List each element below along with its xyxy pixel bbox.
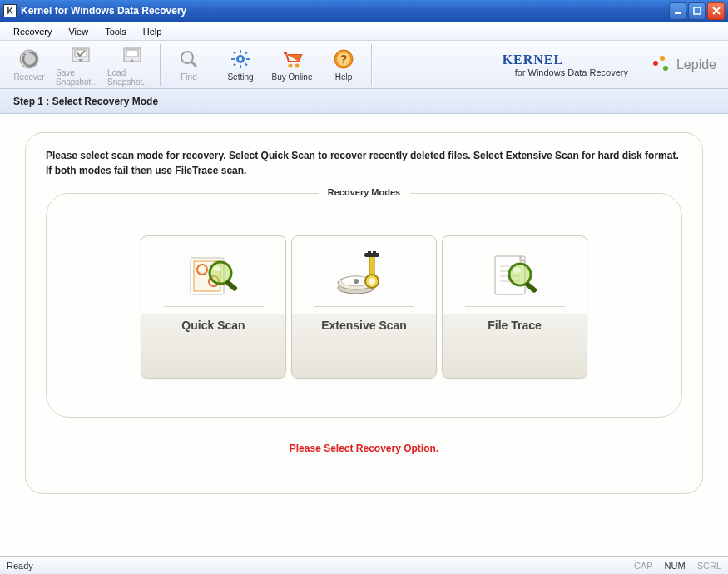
svg-rect-13 [240,65,241,68]
step-title: Step 1 : Select Recovery Mode [13,96,158,107]
load-snapshot-button: Load Snapshot.. [106,42,158,87]
menu-help[interactable]: Help [135,24,171,39]
status-ready: Ready [7,561,634,571]
minimize-button[interactable] [669,2,686,20]
svg-point-31 [213,266,221,271]
toolbar-separator [371,44,373,86]
recovery-modes-fieldset: Recovery Modes [46,193,682,418]
recover-icon [17,47,41,71]
buy-online-button[interactable]: Buy Online [266,42,318,87]
load-snapshot-icon [121,43,144,67]
brand-title: KERNEL [503,52,628,67]
toolbar: Recover Save Snapshot.. Load Snapshot.. … [0,41,728,89]
file-trace-icon [483,250,547,299]
lepide-text: Lepide [676,57,716,72]
statusbar: Ready CAP NUM SCRL [0,556,728,574]
find-button: Find [163,42,215,87]
find-icon [177,47,201,71]
setting-button[interactable]: Setting [215,42,266,87]
buy-online-label: Buy Online [272,72,313,82]
svg-rect-17 [245,63,248,67]
toolbar-separator [160,44,161,86]
brand-lepide: Lepide [653,56,716,74]
window-title: Kernel for Windows Data Recovery [21,5,669,17]
extensive-scan-icon [333,250,396,299]
file-trace-label: File Trace [488,319,542,332]
brand-subtitle: for Windows Data Recovery [515,67,628,77]
content-area: Please select scan mode for recovery. Se… [0,114,728,556]
buy-online-icon [280,47,304,71]
status-scrl: SCRL [697,561,721,571]
app-icon: K [3,4,17,17]
close-button[interactable] [707,2,725,20]
svg-point-49 [513,268,521,273]
svg-rect-15 [246,58,250,60]
recover-button: Recover [3,42,55,87]
quick-scan-button[interactable]: Quick Scan [141,235,286,379]
file-trace-button[interactable]: File Trace [442,235,587,379]
status-cap: CAP [634,561,653,571]
menubar: Recovery View Tools Help [0,22,728,41]
step-header: Step 1 : Select Recovery Mode [0,89,728,114]
svg-point-39 [369,278,375,285]
svg-point-36 [354,279,359,284]
svg-rect-18 [245,52,248,55]
svg-point-20 [239,57,242,61]
maximize-button[interactable] [688,2,706,20]
select-option-message: Please Select Recovery Option. [46,443,682,454]
fieldset-legend: Recovery Modes [318,187,410,197]
instructions-text: Please select scan mode for recovery. Se… [46,148,682,178]
svg-rect-32 [225,280,238,292]
svg-line-10 [191,62,196,67]
load-snapshot-label: Load Snapshot.. [107,68,157,87]
svg-text:?: ? [340,52,348,66]
help-button[interactable]: ? Help [318,42,369,87]
svg-rect-40 [364,253,379,257]
setting-label: Setting [227,72,253,82]
setting-icon [229,47,252,71]
save-snapshot-button: Save Snapshot.. [55,42,106,87]
brand-kernel: KERNEL for Windows Data Recovery [503,52,628,77]
quick-scan-label: Quick Scan [181,319,245,332]
save-snapshot-label: Save Snapshot.. [56,68,106,87]
help-label: Help [335,72,353,82]
svg-rect-14 [231,58,235,60]
titlebar: K Kernel for Windows Data Recovery [0,0,728,22]
menu-tools[interactable]: Tools [97,24,135,39]
extensive-scan-button[interactable]: Extensive Scan [291,235,437,379]
lepide-logo-icon [653,56,671,74]
svg-rect-42 [373,251,376,256]
main-panel: Please select scan mode for recovery. Se… [25,132,703,494]
svg-point-30 [210,262,231,284]
svg-rect-12 [240,50,241,53]
save-snapshot-icon [69,43,92,67]
svg-rect-1 [694,7,701,14]
svg-point-48 [509,264,531,285]
svg-rect-8 [126,50,138,57]
menu-recovery[interactable]: Recovery [5,24,60,39]
svg-point-9 [181,52,193,63]
quick-scan-icon [182,250,245,299]
svg-rect-41 [368,251,371,256]
svg-rect-19 [233,63,236,67]
svg-rect-50 [524,281,537,294]
help-icon: ? [332,47,355,71]
svg-rect-16 [233,52,236,55]
status-num: NUM [665,561,686,571]
extensive-scan-label: Extensive Scan [321,319,407,332]
svg-point-22 [295,64,300,68]
menu-view[interactable]: View [60,24,97,39]
recover-label: Recover [13,72,44,82]
svg-point-21 [289,64,293,68]
find-label: Find [181,72,196,82]
